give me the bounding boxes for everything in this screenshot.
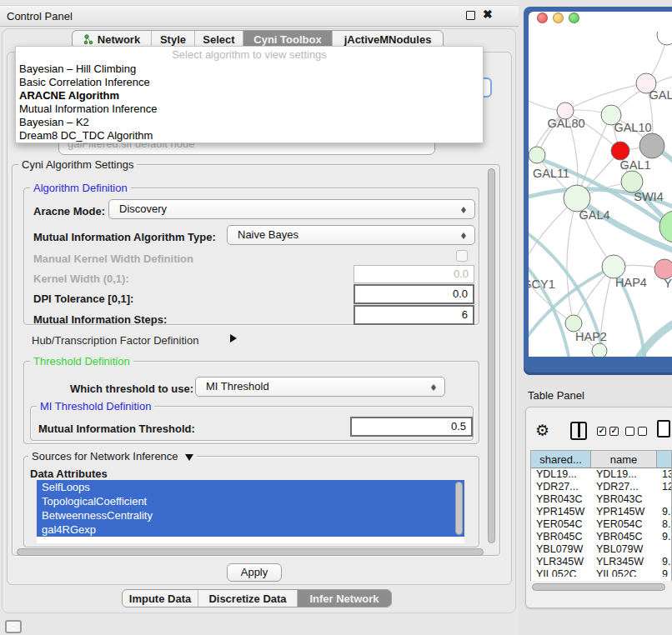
column-header[interactable]: name — [591, 451, 657, 468]
table-cell[interactable]: YBR045C — [591, 531, 657, 543]
sources-group-title: Sources for Network Inference — [28, 450, 197, 462]
dropdown-item[interactable]: Bayesian – Hill Climbing — [16, 62, 483, 76]
tab-discretize-data-label: Discretize Data — [208, 592, 286, 605]
dropdown-item-selected[interactable]: ARACNE Algorithm — [16, 89, 483, 102]
table-scrollbar-thumb[interactable] — [532, 583, 665, 591]
dropdown-item[interactable]: Basic Correlation Inference — [16, 76, 483, 89]
check-all-icon[interactable] — [597, 427, 619, 436]
tab-infer-network[interactable]: Infer Network — [297, 590, 391, 607]
table-cell[interactable]: YPR145W — [591, 506, 657, 518]
settings-horizontal-scrollbar[interactable] — [17, 548, 484, 556]
network-node[interactable] — [639, 133, 664, 158]
unchecked-box-icon — [638, 427, 647, 436]
table-cell[interactable]: 9 — [657, 568, 671, 577]
traffic-close-icon[interactable] — [537, 12, 548, 23]
control-panel-titlebar[interactable] — [0, 5, 519, 27]
column-header[interactable]: A — [657, 451, 672, 468]
table-cell[interactable]: 12 — [657, 481, 671, 493]
node-label: Y — [664, 277, 672, 290]
aracne-mode-combobox[interactable]: Discovery — [108, 199, 475, 219]
dropdown-item[interactable]: Mutual Information Inference — [16, 102, 483, 116]
table-cell[interactable]: 9. — [657, 506, 671, 518]
aracne-mode-label: Aracne Mode: — [33, 205, 105, 218]
control-panel-title: Control Panel — [7, 10, 73, 22]
network-node-hap2[interactable] — [565, 315, 582, 332]
table-cell[interactable]: YIL052C — [531, 568, 591, 577]
table-cell[interactable]: 9. — [657, 531, 671, 543]
table-cell[interactable] — [657, 493, 671, 506]
combo-arrows-icon — [430, 382, 437, 393]
mi-algorithm-type-combobox[interactable]: Naive Bayes — [227, 225, 475, 245]
column-header[interactable]: shared... — [531, 451, 591, 468]
attribute-item[interactable]: TopologicalCoefficient — [37, 494, 464, 508]
hub-definition-label: Hub/Transcription Factor Definition — [32, 334, 198, 347]
table-cell[interactable]: YLR345W — [591, 556, 657, 568]
network-node-gal1[interactable] — [611, 142, 629, 160]
tab-impute-data-label: Impute Data — [129, 592, 191, 605]
table-cell[interactable]: YDL19... — [591, 468, 657, 481]
expand-arrow-icon[interactable] — [230, 334, 237, 342]
uncheck-all-icon[interactable] — [625, 427, 647, 436]
combo-arrows-icon — [460, 204, 467, 216]
tab-cyni-toolbox-label: Cyni Toolbox — [253, 33, 321, 46]
float-window-icon[interactable] — [466, 11, 475, 20]
mi-threshold-field[interactable]: 0.5 — [350, 417, 473, 437]
network-edge[interactable] — [567, 198, 577, 323]
mi-threshold-group-title: MI Threshold Definition — [37, 400, 154, 412]
attributes-list-scrollbar[interactable] — [455, 482, 463, 535]
collapse-arrow-icon[interactable] — [185, 454, 193, 461]
table-cell[interactable]: YBR043C — [591, 493, 657, 506]
node-label: GAL4 — [579, 208, 609, 222]
attribute-item[interactable]: BetweennessCentrality — [37, 508, 464, 522]
table-cell[interactable]: YBL079W — [591, 543, 657, 556]
node-label: GCY1 — [529, 278, 555, 291]
traffic-minimize-icon[interactable] — [553, 12, 564, 23]
kernel-width-field[interactable]: 0.0 — [354, 265, 474, 283]
table-cell[interactable]: YDR27... — [591, 481, 657, 493]
traffic-zoom-icon[interactable] — [569, 12, 579, 23]
table-cell[interactable]: YBL079W — [531, 543, 591, 556]
table-horizontal-scrollbar[interactable] — [532, 583, 670, 591]
network-node-hap4[interactable] — [602, 255, 625, 278]
minimized-panel-icon[interactable] — [5, 620, 22, 633]
network-edge-thick[interactable] — [577, 198, 672, 252]
table-cell[interactable]: 9. — [657, 556, 671, 568]
tab-impute-data[interactable]: Impute Data — [123, 590, 198, 607]
apply-button[interactable]: Apply — [227, 563, 282, 582]
table-cell[interactable]: YER054C — [591, 518, 657, 531]
dropdown-item[interactable]: Bayesian – K2 — [16, 116, 483, 129]
network-node[interactable] — [657, 32, 672, 45]
split-columns-icon[interactable] — [570, 422, 587, 440]
table-cell[interactable]: YBR043C — [531, 493, 591, 506]
network-node-gal11[interactable] — [529, 147, 545, 163]
table-cell[interactable]: YPR145W — [531, 506, 591, 518]
manual-kernel-width-checkbox[interactable] — [456, 250, 468, 262]
settings-vertical-scrollbar[interactable] — [488, 168, 495, 543]
table-cell[interactable]: YBR045C — [531, 531, 591, 543]
mi-steps-field[interactable]: 6 — [354, 305, 474, 325]
data-attributes-list[interactable]: SelfLoopsTopologicalCoefficientBetweenne… — [37, 480, 464, 543]
attribute-item[interactable]: SelfLoops — [37, 480, 464, 494]
tab-discretize-data[interactable]: Discretize Data — [198, 590, 297, 607]
tab-style-label: Style — [160, 33, 186, 46]
table-cell[interactable]: YIL052C — [591, 568, 657, 577]
dpi-tolerance-field[interactable]: 0.0 — [354, 284, 474, 304]
table-cell[interactable]: YDR27... — [531, 481, 591, 493]
close-icon[interactable]: ✖ — [483, 8, 493, 21]
table-cell[interactable]: 13 — [657, 468, 671, 481]
table-cell[interactable]: YDL19... — [531, 468, 591, 481]
file-icon[interactable] — [657, 420, 670, 438]
table-cell[interactable]: YLR345W — [531, 556, 591, 568]
network-canvas[interactable]: GALGAL80GAL10GAL1SWI4GAL11GAL4GCY1HAP4YH… — [529, 32, 672, 357]
attribute-item[interactable]: gal4RGexp — [37, 522, 464, 537]
which-threshold-combobox[interactable]: MI Threshold — [195, 377, 445, 397]
network-edge-thick[interactable] — [629, 322, 672, 357]
network-node[interactable] — [592, 343, 607, 357]
table-cell[interactable]: YER054C — [531, 518, 591, 531]
gear-icon[interactable]: ⚙ — [535, 421, 549, 440]
node-attribute-table[interactable]: shared...nameA YDL19...YDL19...13YDR27..… — [530, 450, 672, 581]
table-cell[interactable] — [657, 543, 671, 556]
dropdown-item[interactable]: Dream8 DC_TDC Algorithm — [16, 129, 483, 142]
table-cell[interactable]: 8. — [657, 518, 671, 531]
network-edge-thick[interactable] — [529, 250, 572, 357]
